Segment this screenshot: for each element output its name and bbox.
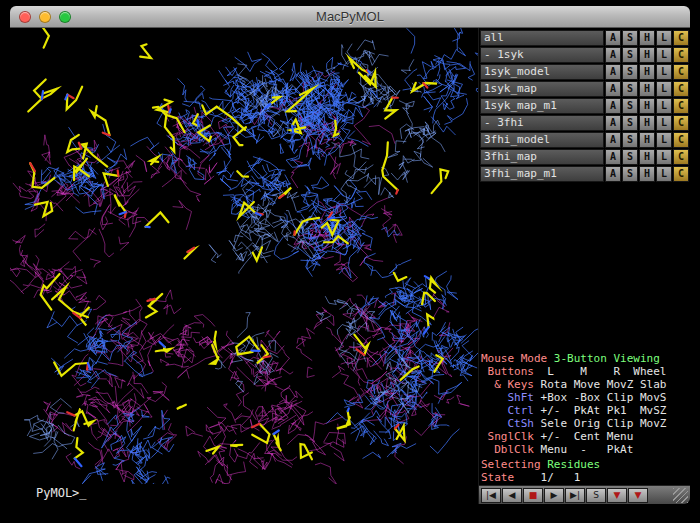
show-button[interactable]: S	[622, 115, 638, 131]
close-button[interactable]	[19, 11, 31, 23]
play-button[interactable]: ▶	[544, 488, 564, 503]
action-button[interactable]: A	[605, 30, 621, 46]
color-button[interactable]: C	[673, 47, 689, 63]
hide-button[interactable]: H	[639, 132, 655, 148]
object-list: all A S H L C - 1syk A S H L C 1syk_mode…	[479, 28, 690, 183]
label-button[interactable]: L	[656, 64, 672, 80]
hide-button[interactable]: H	[639, 115, 655, 131]
show-button[interactable]: S	[622, 132, 638, 148]
label-button[interactable]: L	[656, 166, 672, 182]
action-button[interactable]: A	[605, 98, 621, 114]
object-row-1syk-map[interactable]: 1syk_map A S H L C	[480, 81, 689, 97]
object-name[interactable]: all	[480, 30, 604, 46]
record-button[interactable]: ▼	[607, 488, 627, 503]
action-button[interactable]: A	[605, 149, 621, 165]
object-row-all[interactable]: all A S H L C	[480, 30, 689, 46]
action-button[interactable]: A	[605, 132, 621, 148]
color-button[interactable]: C	[673, 166, 689, 182]
show-button[interactable]: S	[622, 81, 638, 97]
viewport-canvas[interactable]	[10, 28, 478, 484]
macpymol-window: MacPyMOL PyMOL>_ all A S H L C - 1syk A	[10, 6, 690, 504]
mouse-mode-panel: Mouse Mode 3-Button Viewing Buttons L M …	[479, 350, 690, 485]
show-button[interactable]: S	[622, 166, 638, 182]
title-bar[interactable]: MacPyMOL	[10, 6, 690, 28]
label-button[interactable]: L	[656, 132, 672, 148]
scene-button[interactable]: S	[586, 488, 606, 503]
object-row-3fhi[interactable]: - 3fhi A S H L C	[480, 115, 689, 131]
step-back-button[interactable]: ◀	[502, 488, 522, 503]
command-prompt[interactable]: PyMOL>_	[10, 484, 478, 504]
label-button[interactable]: L	[656, 81, 672, 97]
object-row-1syk-map-m1[interactable]: 1syk_map_m1 A S H L C	[480, 98, 689, 114]
action-button[interactable]: A	[605, 115, 621, 131]
object-row-3fhi-map-m1[interactable]: 3fhi_map_m1 A S H L C	[480, 166, 689, 182]
color-button[interactable]: C	[673, 132, 689, 148]
object-row-1syk-model[interactable]: 1syk_model A S H L C	[480, 64, 689, 80]
mouse-mode-label[interactable]: Mouse Mode	[481, 352, 547, 365]
object-row-3fhi-map[interactable]: 3fhi_map A S H L C	[480, 149, 689, 165]
action-button[interactable]: A	[605, 47, 621, 63]
rewind-start-button[interactable]: |◀	[481, 488, 501, 503]
color-button[interactable]: C	[673, 64, 689, 80]
show-button[interactable]: S	[622, 149, 638, 165]
resize-grip-icon[interactable]	[673, 488, 688, 503]
zoom-button[interactable]	[59, 11, 71, 23]
hide-button[interactable]: H	[639, 64, 655, 80]
control-panel: all A S H L C - 1syk A S H L C 1syk_mode…	[478, 28, 690, 504]
object-name[interactable]: 1syk_map	[480, 81, 604, 97]
playback-bar: |◀ ◀ ■ ▶ ▶| S ▼ ▼	[479, 485, 690, 504]
hide-button[interactable]: H	[639, 47, 655, 63]
show-button[interactable]: S	[622, 64, 638, 80]
action-button[interactable]: A	[605, 166, 621, 182]
object-name[interactable]: 3fhi_model	[480, 132, 604, 148]
selecting-mode-label[interactable]: Selecting	[481, 458, 541, 471]
object-name[interactable]: - 1syk	[480, 47, 604, 63]
hide-button[interactable]: H	[639, 81, 655, 97]
color-button[interactable]: C	[673, 30, 689, 46]
hide-button[interactable]: H	[639, 166, 655, 182]
object-row-3fhi-model[interactable]: 3fhi_model A S H L C	[480, 132, 689, 148]
window-title: MacPyMOL	[10, 9, 690, 24]
show-button[interactable]: S	[622, 47, 638, 63]
object-row-1syk[interactable]: - 1syk A S H L C	[480, 47, 689, 63]
label-button[interactable]: L	[656, 98, 672, 114]
label-button[interactable]: L	[656, 47, 672, 63]
color-button[interactable]: C	[673, 81, 689, 97]
hide-button[interactable]: H	[639, 98, 655, 114]
show-button[interactable]: S	[622, 98, 638, 114]
minimize-button[interactable]	[39, 11, 51, 23]
window-content: PyMOL>_ all A S H L C - 1syk A S H L	[10, 28, 690, 504]
record-alt-button[interactable]: ▼	[628, 488, 648, 503]
object-name[interactable]: 1syk_map_m1	[480, 98, 604, 114]
color-button[interactable]: C	[673, 149, 689, 165]
panel-spacer	[479, 183, 690, 350]
color-button[interactable]: C	[673, 115, 689, 131]
object-name[interactable]: 3fhi_map_m1	[480, 166, 604, 182]
action-button[interactable]: A	[605, 64, 621, 80]
object-name[interactable]: 3fhi_map	[480, 149, 604, 165]
stop-button[interactable]: ■	[523, 488, 543, 503]
object-name[interactable]: 1syk_model	[480, 64, 604, 80]
hide-button[interactable]: H	[639, 30, 655, 46]
state-label: State	[481, 471, 514, 484]
color-button[interactable]: C	[673, 98, 689, 114]
show-button[interactable]: S	[622, 30, 638, 46]
action-button[interactable]: A	[605, 81, 621, 97]
forward-end-button[interactable]: ▶|	[565, 488, 585, 503]
hide-button[interactable]: H	[639, 149, 655, 165]
label-button[interactable]: L	[656, 115, 672, 131]
object-name[interactable]: - 3fhi	[480, 115, 604, 131]
viewport-column: PyMOL>_	[10, 28, 478, 504]
label-button[interactable]: L	[656, 30, 672, 46]
label-button[interactable]: L	[656, 149, 672, 165]
